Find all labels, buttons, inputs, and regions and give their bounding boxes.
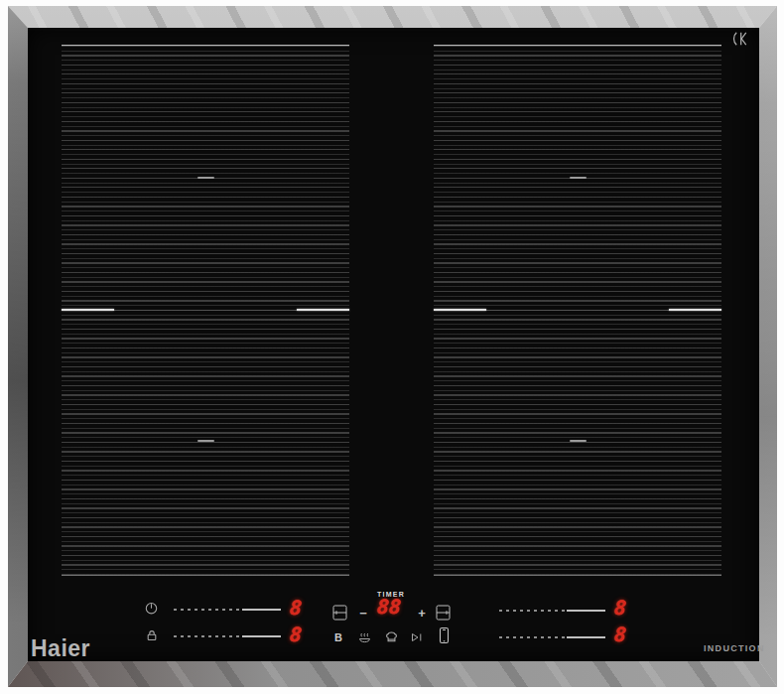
flex-zone-left-icon — [332, 605, 347, 621]
power-slider-right-top[interactable] — [499, 610, 605, 612]
chef-function-button[interactable] — [385, 630, 398, 642]
flex-divider-dash — [62, 309, 114, 311]
slider-solid-track — [567, 636, 605, 638]
zone-center-marker — [570, 440, 587, 442]
timer-minus-button[interactable]: − — [355, 607, 371, 621]
lock-button[interactable] — [146, 629, 158, 641]
power-level-display-left-bottom: 8 — [289, 625, 302, 644]
zone-center-marker — [197, 440, 214, 442]
slider-dash-track — [174, 609, 242, 611]
timer-plus-button[interactable]: + — [414, 607, 430, 621]
keep-warm-icon — [358, 632, 371, 643]
flex-divider-dash — [434, 309, 486, 311]
timer-display: 88 — [376, 598, 401, 617]
power-level-display-right-bottom: 8 — [613, 625, 626, 644]
power-button[interactable] — [145, 602, 158, 615]
product-photo-haier-induction-hob: 8 8 TIMER − 88 + B — [0, 0, 784, 694]
haier-logo: Haier — [31, 636, 90, 660]
flex-divider-dash — [297, 309, 349, 311]
flex-zone-right-icon — [436, 605, 451, 621]
corner-mark-icon — [730, 30, 748, 48]
chef-icon — [385, 630, 398, 642]
keep-warm-button[interactable] — [358, 632, 371, 643]
zone-center-marker — [197, 177, 214, 179]
power-slider-left-bottom[interactable] — [174, 635, 281, 637]
zone-center-marker — [570, 177, 587, 179]
power-level-display-right-top: 8 — [613, 599, 626, 618]
induction-label: INDUCTION — [704, 643, 765, 653]
flex-zone-left-button[interactable] — [332, 605, 347, 621]
flex-zone-right-button[interactable] — [436, 605, 451, 621]
pause-button[interactable] — [411, 632, 423, 642]
pause-icon — [411, 632, 423, 642]
slider-solid-track — [567, 610, 605, 612]
slider-dash-track — [499, 636, 567, 638]
lock-icon — [146, 629, 158, 641]
slider-solid-track — [242, 635, 281, 637]
boost-button[interactable]: B — [334, 631, 342, 643]
flex-divider-dash — [669, 309, 721, 311]
cooking-zone-column-left — [62, 45, 349, 576]
app-connect-button[interactable] — [439, 626, 450, 644]
slider-solid-track — [242, 609, 281, 611]
power-icon — [145, 602, 158, 615]
cooking-zone-column-right — [434, 45, 721, 576]
slider-dash-track — [174, 635, 242, 637]
power-level-display-left-top: 8 — [289, 599, 302, 618]
phone-icon — [439, 626, 450, 644]
power-slider-right-bottom[interactable] — [499, 636, 605, 638]
power-slider-left-top[interactable] — [174, 609, 281, 611]
slider-dash-track — [499, 610, 567, 612]
